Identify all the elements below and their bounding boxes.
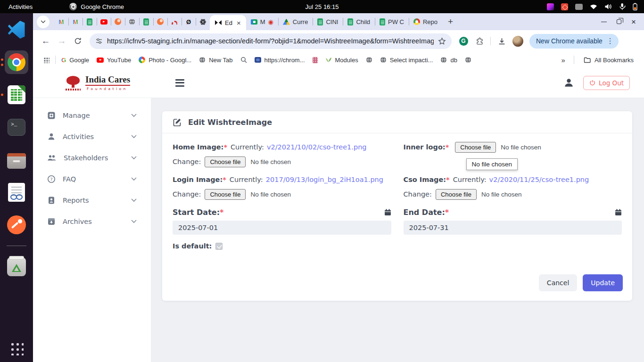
pinned-tab-arch[interactable] [167, 13, 182, 30]
tab-repo[interactable]: Repo [409, 13, 442, 30]
bookmark-globe-2[interactable] [461, 54, 475, 66]
cso-image-link[interactable]: v2/2020/11/25/cso-tree1.png [489, 176, 589, 183]
pinned-tab-knot[interactable] [196, 13, 210, 30]
tab-drive[interactable]: Curre [278, 13, 313, 30]
bookmark-db[interactable]: db [437, 54, 461, 66]
login-image-link[interactable]: 2017/09/13/login_bg_2iH1oa1.png [266, 176, 383, 183]
dock-item-vscode[interactable] [5, 18, 28, 41]
clock-button[interactable]: Jul 25 16:15 [305, 3, 339, 10]
update-button[interactable]: Update [583, 274, 623, 291]
calendar-icon[interactable] [384, 209, 391, 216]
sidebar-item-stakeholders[interactable]: Stakeholders [33, 147, 151, 168]
bookmark-star-icon[interactable] [438, 37, 446, 45]
url-input[interactable] [107, 37, 434, 45]
tab-sheet-child[interactable]: Child [343, 13, 375, 30]
downloads-button[interactable] [495, 34, 509, 48]
focused-app-menu[interactable]: Google Chrome [69, 3, 124, 10]
sidebar-item-faq[interactable]: ? FAQ [33, 168, 151, 189]
address-bar[interactable] [90, 33, 452, 49]
wifi-icon[interactable] [590, 4, 597, 9]
dock-item-libreoffice-calc[interactable] [5, 83, 28, 107]
back-button[interactable]: ← [39, 34, 53, 48]
pinned-tab-sheets-2[interactable] [139, 13, 153, 30]
dock-item-terminal[interactable]: >_ [5, 115, 28, 139]
bookmarks-overflow-button[interactable]: » [559, 56, 568, 64]
screenshare-icon[interactable] [561, 3, 568, 10]
start-date-input[interactable] [173, 221, 391, 235]
libreoffice-calc-icon [8, 85, 25, 104]
system-tray[interactable] [547, 0, 644, 13]
dock-item-app-grid[interactable] [5, 332, 28, 355]
battery-icon[interactable] [633, 3, 637, 10]
hamburger-menu-icon[interactable] [173, 77, 186, 89]
sidebar-item-manage[interactable]: Manage [33, 105, 151, 126]
minimize-button[interactable] [601, 22, 607, 22]
tab-sheet-cini[interactable]: CINI [313, 13, 343, 30]
bookmark-modules[interactable]: Modules [322, 54, 362, 66]
sidebar-item-archives[interactable]: Archives [33, 211, 151, 232]
choose-file-button[interactable]: Choose file [436, 189, 477, 200]
new-tab-button[interactable]: + [442, 16, 459, 27]
update-chrome-chip[interactable]: New Chrome available ⋮ [529, 34, 619, 49]
side-panel-apps-button[interactable] [40, 54, 53, 66]
choose-file-button[interactable]: Choose file [205, 156, 246, 167]
sidebar-item-reports[interactable]: Reports [33, 189, 151, 211]
tab-meet[interactable]: M ◉ [246, 13, 278, 30]
volume-icon[interactable] [604, 3, 612, 10]
pinned-tab-gmail-2[interactable]: M [68, 13, 83, 30]
pinned-tab-orange-1[interactable] [111, 13, 125, 30]
end-date-input[interactable] [404, 221, 622, 235]
activities-button[interactable]: Activities [0, 0, 41, 13]
pinned-tab-nullset[interactable]: Ø [182, 13, 196, 30]
chat-icon[interactable] [575, 4, 583, 10]
bookmark-select-impact[interactable]: Select impacti... [376, 54, 437, 66]
dock-item-document-viewer[interactable] [5, 181, 28, 204]
site-controls-icon[interactable] [95, 37, 103, 45]
choose-file-button[interactable]: Choose file [455, 142, 496, 153]
grammarly-extension-button[interactable]: G [456, 34, 471, 48]
cancel-button[interactable]: Cancel [539, 274, 577, 291]
pinned-tab-globe[interactable] [125, 13, 139, 30]
app-cube-icon[interactable] [547, 3, 554, 10]
dock-item-chrome[interactable] [5, 50, 28, 74]
forward-button[interactable]: → [55, 34, 69, 48]
bookmark-youtube[interactable]: YouTube [93, 54, 135, 66]
logout-button[interactable]: Log Out [583, 76, 630, 90]
pinned-tab-youtube[interactable] [97, 13, 111, 30]
menu-kebab-icon[interactable]: ⋮ [605, 37, 615, 45]
pinned-tab-sheets-1[interactable] [83, 13, 97, 30]
bookmark-art[interactable] [309, 54, 322, 66]
bookmark-globe-1[interactable] [362, 54, 376, 66]
restore-button[interactable] [617, 19, 621, 24]
is-default-checkbox[interactable] [215, 243, 223, 250]
bookmark-search[interactable] [237, 54, 251, 66]
home-image-link[interactable]: v2/2021/10/02/cso-tree1.png [267, 143, 367, 151]
dock-item-files[interactable] [5, 148, 28, 172]
choose-file-button[interactable]: Choose file [205, 189, 246, 200]
close-window-button[interactable]: × [631, 18, 636, 26]
pinned-tab-gmail-1[interactable]: M [54, 13, 68, 30]
sidebar-item-activities[interactable]: Activities [33, 126, 151, 147]
update-chip-label: New Chrome available [536, 37, 603, 45]
all-bookmarks-button[interactable]: All Bookmarks [580, 54, 637, 66]
calendar-icon[interactable] [615, 209, 622, 216]
dock-item-postman[interactable] [5, 213, 28, 237]
login-image-change-row: Change: Choose file No file chosen [173, 188, 391, 200]
close-tab-icon[interactable]: × [236, 19, 242, 26]
bookmark-photos[interactable]: Photo - Googl... [135, 54, 195, 66]
extensions-button[interactable] [472, 34, 487, 48]
tab-sheet-pw[interactable]: PW C [375, 13, 409, 30]
browser-toolbar: ← → G New Chrome available ⋮ [33, 30, 644, 52]
active-tab[interactable]: Ed × [210, 15, 246, 30]
bookmark-google[interactable]: GGoogle [58, 54, 93, 66]
pinned-tab-orange-2[interactable] [153, 13, 167, 30]
reload-button[interactable] [71, 34, 85, 48]
user-icon[interactable] [563, 77, 575, 89]
brand-logo[interactable]: India Cares Foundation [65, 74, 130, 91]
microphone-icon[interactable] [619, 3, 626, 10]
tab-search-button[interactable] [37, 16, 50, 28]
dock-item-trash[interactable] [5, 255, 28, 279]
profile-button[interactable] [511, 34, 525, 48]
bookmark-new-tab[interactable]: New Tab [195, 54, 236, 66]
bookmark-chrome-link[interactable]: https://chrom... [251, 54, 309, 66]
